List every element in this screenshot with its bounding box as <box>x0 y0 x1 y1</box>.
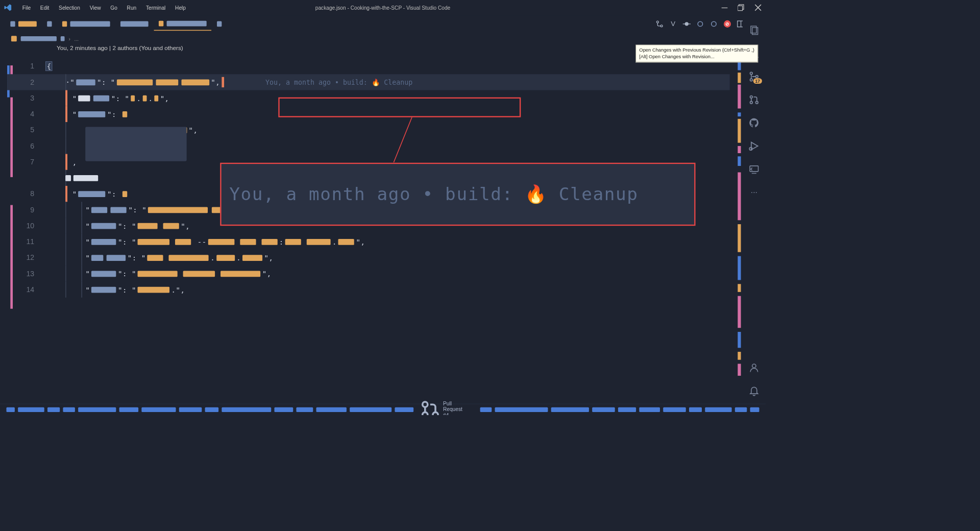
status-item[interactable] <box>480 407 492 412</box>
tooltip-line2: [Alt] Open Changes with Revision... <box>639 54 754 60</box>
window-title: package.json - Cooking-with-the-SCP - Vi… <box>315 5 450 11</box>
breadcrumb[interactable]: › ... <box>0 33 766 44</box>
callout-zoom: You, a month ago • build: 🔥 Cleanup <box>220 163 695 226</box>
maximize-button[interactable] <box>738 4 745 11</box>
line-number: 7 <box>7 158 45 166</box>
menu-go[interactable]: Go <box>106 2 122 13</box>
more-activity-icon[interactable]: ··· <box>748 187 760 198</box>
line-number: 3 <box>7 94 45 102</box>
status-item[interactable] <box>495 407 548 412</box>
menu-selection[interactable]: Selection <box>54 2 85 13</box>
status-item[interactable] <box>297 407 313 412</box>
notifications-icon[interactable] <box>748 385 760 397</box>
tab-active[interactable] <box>154 17 212 31</box>
menu-edit[interactable]: Edit <box>35 2 54 13</box>
line-number: 14 <box>7 285 45 294</box>
line-number: 9 <box>7 206 45 214</box>
status-item[interactable] <box>735 407 747 412</box>
commit-icon-2[interactable] <box>710 20 718 28</box>
toolbar-letter[interactable]: V <box>669 20 677 28</box>
line-number: 13 <box>7 270 45 278</box>
account-icon[interactable] <box>748 362 760 373</box>
status-item[interactable] <box>316 407 346 412</box>
tab-4[interactable] <box>116 17 153 31</box>
status-item[interactable] <box>141 407 176 412</box>
menu-help[interactable]: Help <box>170 2 191 13</box>
tab-5[interactable] <box>212 17 227 31</box>
run-debug-icon[interactable] <box>748 140 760 152</box>
editor-tabs: V ⊘ ··· <box>0 15 766 33</box>
status-item[interactable] <box>395 407 413 412</box>
status-bar: Pull Request #4 <box>0 404 766 415</box>
files-icon[interactable] <box>748 25 760 36</box>
line-number: 2 <box>7 78 45 86</box>
commit-icon-1[interactable] <box>696 20 704 28</box>
tooltip-line1: Open Changes with Previous Revision (Ctr… <box>639 46 754 53</box>
svg-rect-2 <box>738 6 742 10</box>
line-number: 5 <box>7 126 45 134</box>
status-item[interactable] <box>750 407 760 412</box>
status-item[interactable] <box>592 407 615 412</box>
tooltip: Open Changes with Previous Revision (Ctr… <box>635 45 758 62</box>
error-badge-icon[interactable]: ⊘ <box>723 20 731 28</box>
status-item[interactable] <box>663 407 686 412</box>
close-button[interactable] <box>754 4 762 11</box>
status-item[interactable] <box>63 407 75 412</box>
status-item[interactable] <box>179 407 202 412</box>
status-item[interactable] <box>705 407 731 412</box>
svg-rect-0 <box>722 8 728 8</box>
hover-hint <box>85 127 186 161</box>
svg-point-23 <box>423 402 428 407</box>
tab-2[interactable] <box>42 17 57 31</box>
minimap[interactable] <box>734 45 741 403</box>
line-number: 4 <box>7 110 45 118</box>
line-number: 6 <box>7 142 45 150</box>
compare-icon[interactable] <box>655 20 664 28</box>
line-number: 11 <box>7 237 45 246</box>
menu-file[interactable]: File <box>17 2 35 13</box>
tab-3[interactable] <box>58 17 115 31</box>
menu-run[interactable]: Run <box>122 2 141 13</box>
status-item[interactable] <box>205 407 218 412</box>
status-item[interactable] <box>274 407 293 412</box>
svg-point-3 <box>656 21 658 23</box>
commit-prev-icon[interactable] <box>683 20 691 28</box>
title-bar: File Edit Selection View Go Run Terminal… <box>0 0 766 15</box>
svg-point-4 <box>660 25 663 27</box>
status-item[interactable] <box>350 407 391 412</box>
svg-point-17 <box>750 96 753 99</box>
remote-icon[interactable] <box>748 163 760 175</box>
vscode-logo-icon <box>4 4 12 12</box>
svg-point-15 <box>750 79 753 81</box>
status-item[interactable] <box>7 407 15 412</box>
status-item[interactable] <box>119 407 138 412</box>
source-control-icon[interactable]: 17 <box>748 71 760 82</box>
status-item[interactable] <box>78 407 116 412</box>
status-item[interactable] <box>689 407 702 412</box>
line-number: 8 <box>7 189 45 198</box>
activity-bar: 17 ··· <box>743 18 766 403</box>
status-item[interactable] <box>640 407 660 412</box>
status-item[interactable] <box>222 407 271 412</box>
pull-request-icon[interactable] <box>748 94 760 105</box>
status-item[interactable] <box>18 407 44 412</box>
status-item[interactable] <box>618 407 636 412</box>
menu-terminal[interactable]: Terminal <box>141 2 170 13</box>
minimize-button[interactable] <box>721 4 728 11</box>
svg-point-24 <box>423 412 428 415</box>
scm-badge: 17 <box>753 78 762 84</box>
tab-1[interactable] <box>6 17 41 31</box>
status-item[interactable] <box>47 407 60 412</box>
svg-point-5 <box>685 22 688 26</box>
blame-zoom-text: You, a month ago • build: 🔥 Cleanup <box>222 184 639 205</box>
line-number: 1 <box>7 62 45 70</box>
svg-point-18 <box>750 102 753 104</box>
github-icon[interactable] <box>748 117 760 129</box>
svg-point-25 <box>433 412 438 415</box>
gitlens-blame[interactable]: You, a month ago • build: 🔥 Cleanup <box>226 78 412 86</box>
status-item[interactable] <box>551 407 589 412</box>
svg-point-19 <box>756 102 758 104</box>
svg-point-14 <box>750 72 753 75</box>
status-pull-request[interactable]: Pull Request #4 <box>420 399 462 415</box>
menu-view[interactable]: View <box>85 2 106 13</box>
